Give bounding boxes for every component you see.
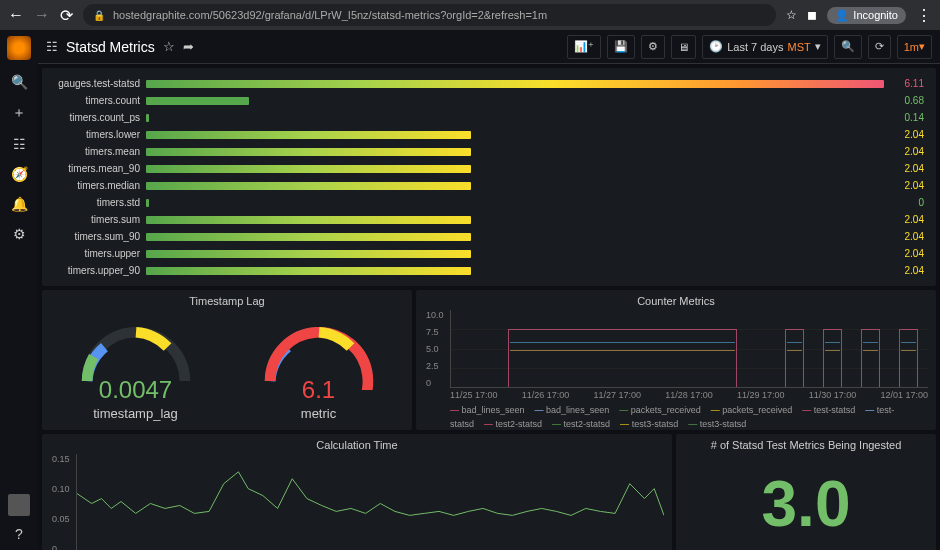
bar-row: timers.upper_90 2.04 xyxy=(46,263,924,278)
gauge-label: metric xyxy=(301,406,336,421)
bar-label: timers.upper_90 xyxy=(46,265,140,276)
bar-label: timers.upper xyxy=(46,248,140,259)
bar-label: gauges.test-statsd xyxy=(46,78,140,89)
bar-value: 2.04 xyxy=(890,265,924,276)
bar-value: 2.04 xyxy=(890,248,924,259)
bar-row: timers.lower 2.04 xyxy=(46,127,924,142)
panel-title: Timestamp Lag xyxy=(44,292,410,310)
forward-icon[interactable]: → xyxy=(34,6,50,25)
dashboard-icon[interactable]: ☷ xyxy=(46,39,58,54)
gauge-value: 0.0047 xyxy=(99,376,172,404)
topbar: ☷ Statsd Metrics ☆ ➦ 📊⁺ 💾 ⚙ 🖥 🕑 Last 7 d… xyxy=(38,30,940,64)
bar-row: timers.median 2.04 xyxy=(46,178,924,193)
tv-mode-button[interactable]: 🖥 xyxy=(671,35,696,59)
chevron-down-icon: ▾ xyxy=(815,40,821,53)
alerting-icon[interactable]: 🔔 xyxy=(11,196,28,212)
bar-row: timers.count_ps 0.14 xyxy=(46,110,924,125)
bar-row: timers.count 0.68 xyxy=(46,93,924,108)
bar-label: timers.median xyxy=(46,180,140,191)
refresh-button[interactable]: ⟳ xyxy=(868,35,891,59)
bar-value: 2.04 xyxy=(890,163,924,174)
stat-value: 3.0 xyxy=(678,454,934,550)
bar-label: timers.sum_90 xyxy=(46,231,140,242)
bar-value: 2.04 xyxy=(890,214,924,225)
help-icon[interactable]: ? xyxy=(15,526,23,542)
bar-value: 2.04 xyxy=(890,231,924,242)
zoom-out-button[interactable]: 🔍 xyxy=(834,35,862,59)
save-button[interactable]: 💾 xyxy=(607,35,635,59)
incognito-badge: 👤 Incognito xyxy=(827,7,906,24)
calculation-time-panel: Calculation Time 0.150.100.050 11/2517:0… xyxy=(42,434,672,550)
gauge-label: timestamp_lag xyxy=(93,406,178,421)
bar-row: timers.sum 2.04 xyxy=(46,212,924,227)
sidebar: 🔍 ＋ ☷ 🧭 🔔 ⚙ ? xyxy=(0,30,38,550)
star-dashboard-icon[interactable]: ☆ xyxy=(163,39,175,54)
settings-button[interactable]: ⚙ xyxy=(641,35,665,59)
gauge: 6.1 metric xyxy=(234,310,404,421)
share-icon[interactable]: ➦ xyxy=(183,39,194,54)
bar-row: timers.upper 2.04 xyxy=(46,246,924,261)
bar-gauge-panel: gauges.test-statsd 6.11timers.count 0.68… xyxy=(42,68,936,286)
plus-icon[interactable]: ＋ xyxy=(12,104,26,122)
bar-row: gauges.test-statsd 6.11 xyxy=(46,76,924,91)
bar-value: 0.14 xyxy=(890,112,924,123)
browser-chrome: ← → ⟳ 🔒 hostedgraphite.com/50623d92/graf… xyxy=(0,0,940,30)
bar-value: 2.04 xyxy=(890,129,924,140)
bar-label: timers.count_ps xyxy=(46,112,140,123)
panel-title: Counter Metrics xyxy=(424,292,928,310)
bar-value: 2.04 xyxy=(890,180,924,191)
timestamp-lag-panel: Timestamp Lag 0.0047 timestamp_lag 6.1 m… xyxy=(42,290,412,430)
gauge: 0.0047 timestamp_lag xyxy=(51,310,221,421)
star-icon[interactable]: ☆ xyxy=(786,8,797,22)
bar-label: timers.sum xyxy=(46,214,140,225)
page-title: Statsd Metrics xyxy=(66,39,155,55)
bar-label: timers.lower xyxy=(46,129,140,140)
add-panel-button[interactable]: 📊⁺ xyxy=(567,35,601,59)
url-bar[interactable]: 🔒 hostedgraphite.com/50623d92/grafana/d/… xyxy=(83,4,776,26)
back-icon[interactable]: ← xyxy=(8,6,24,25)
extension-icon[interactable]: ◼ xyxy=(807,8,817,22)
bar-label: timers.mean_90 xyxy=(46,163,140,174)
bar-row: timers.sum_90 2.04 xyxy=(46,229,924,244)
lock-icon: 🔒 xyxy=(93,10,105,21)
time-range-picker[interactable]: 🕑 Last 7 days MST ▾ xyxy=(702,35,828,59)
refresh-interval[interactable]: 1m ▾ xyxy=(897,35,932,59)
chevron-down-icon: ▾ xyxy=(919,40,925,53)
bar-row: timers.std 0 xyxy=(46,195,924,210)
bar-row: timers.mean_90 2.04 xyxy=(46,161,924,176)
bar-label: timers.mean xyxy=(46,146,140,157)
bar-label: timers.std xyxy=(46,197,140,208)
bar-value: 0 xyxy=(890,197,924,208)
bar-value: 0.68 xyxy=(890,95,924,106)
panel-title: Calculation Time xyxy=(50,436,664,454)
bar-label: timers.count xyxy=(46,95,140,106)
counter-metrics-panel: Counter Metrics 10.07.55.02.50 xyxy=(416,290,936,430)
gauge-value: 6.1 xyxy=(302,376,335,404)
ingested-count-panel: # of Statsd Test Metrics Being Ingested … xyxy=(676,434,936,550)
avatar[interactable] xyxy=(8,494,30,516)
bar-row: timers.mean 2.04 xyxy=(46,144,924,159)
logo-icon[interactable] xyxy=(7,36,31,60)
bar-value: 6.11 xyxy=(890,78,924,89)
dashboards-icon[interactable]: ☷ xyxy=(13,136,26,152)
config-icon[interactable]: ⚙ xyxy=(13,226,26,242)
clock-icon: 🕑 xyxy=(709,40,723,53)
reload-icon[interactable]: ⟳ xyxy=(60,6,73,25)
incognito-icon: 👤 xyxy=(835,9,849,22)
url-text: hostedgraphite.com/50623d92/grafana/d/LP… xyxy=(113,9,547,21)
bar-value: 2.04 xyxy=(890,146,924,157)
explore-icon[interactable]: 🧭 xyxy=(11,166,28,182)
search-icon[interactable]: 🔍 xyxy=(11,74,28,90)
browser-menu-icon[interactable]: ⋮ xyxy=(916,6,932,25)
panel-title: # of Statsd Test Metrics Being Ingested xyxy=(678,436,934,454)
